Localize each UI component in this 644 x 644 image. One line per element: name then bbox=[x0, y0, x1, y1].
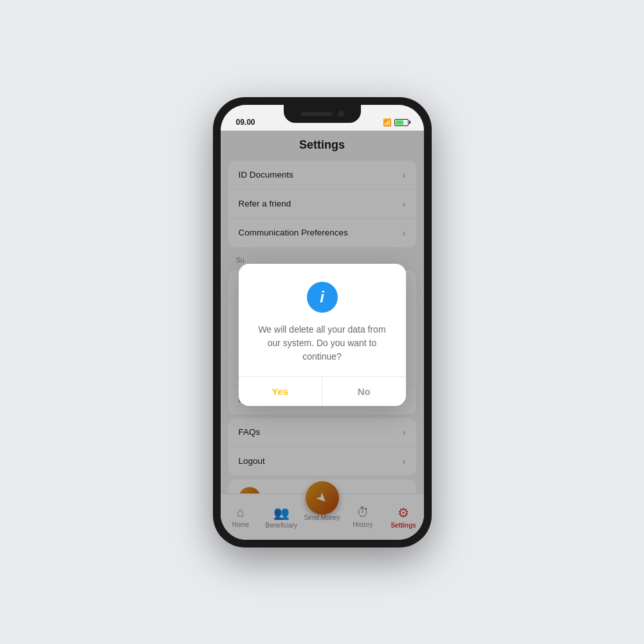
battery-fill bbox=[396, 120, 404, 125]
dialog-message: We will delete all your data from our sy… bbox=[252, 323, 393, 363]
dialog-yes-button[interactable]: Yes bbox=[239, 377, 323, 406]
dialog-backdrop: i We will delete all your data from our … bbox=[221, 131, 424, 540]
battery-icon bbox=[394, 119, 409, 126]
screen-content: Settings ID Documents › Refer a friend ›… bbox=[221, 131, 424, 540]
confirm-dialog: i We will delete all your data from our … bbox=[239, 264, 406, 406]
status-icons: 📶 bbox=[383, 118, 409, 127]
dialog-body: i We will delete all your data from our … bbox=[239, 264, 406, 376]
status-time: 09.00 bbox=[236, 118, 255, 127]
phone-notch bbox=[284, 105, 361, 123]
dialog-no-button[interactable]: No bbox=[322, 377, 406, 406]
phone-device: 09.00 📶 Settings ID Documents › bbox=[213, 97, 432, 547]
phone-screen: 09.00 📶 Settings ID Documents › bbox=[221, 105, 424, 540]
dialog-actions: Yes No bbox=[239, 376, 406, 406]
camera bbox=[338, 111, 344, 117]
speaker bbox=[300, 112, 333, 116]
info-icon: i bbox=[307, 282, 338, 313]
wifi-icon: 📶 bbox=[383, 118, 392, 127]
